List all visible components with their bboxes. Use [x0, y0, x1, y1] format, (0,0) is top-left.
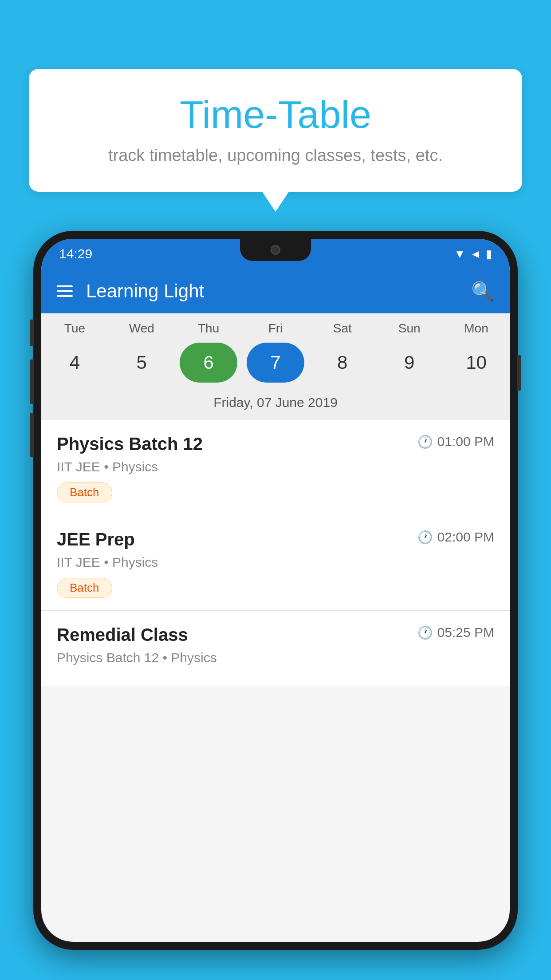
- schedule-item-2-header: JEE Prep 🕐 02:00 PM: [57, 530, 494, 549]
- schedule-item-1-badge: Batch: [57, 482, 112, 502]
- schedule-item-1-subtitle: IIT JEE • Physics: [57, 459, 494, 474]
- day-label-thu: Thu: [180, 321, 237, 336]
- status-time: 14:29: [59, 246, 92, 261]
- clock-icon-3: 🕐: [417, 625, 433, 640]
- day-label-wed: Wed: [113, 321, 170, 336]
- phone-screen: 14:29 ▼ ◄ ▮ Learning Light 🔍: [41, 239, 510, 942]
- volume-up-button: [30, 360, 34, 404]
- schedule-item-3-time: 🕐 05:25 PM: [417, 625, 494, 640]
- schedule-item-3-title: Remedial Class: [57, 625, 188, 645]
- phone-outer-frame: 14:29 ▼ ◄ ▮ Learning Light 🔍: [33, 231, 518, 950]
- day-label-tue: Tue: [46, 321, 103, 336]
- bubble-subtitle: track timetable, upcoming classes, tests…: [55, 146, 496, 165]
- schedule-item-1[interactable]: Physics Batch 12 🕐 01:00 PM IIT JEE • Ph…: [41, 420, 510, 515]
- date-10[interactable]: 10: [447, 343, 505, 383]
- phone-notch: [240, 239, 311, 261]
- schedule-item-2-time-text: 02:00 PM: [437, 530, 494, 545]
- wifi-icon: ▼: [454, 247, 466, 261]
- signal-icon: ◄: [470, 247, 481, 261]
- app-bar-title: Learning Light: [86, 281, 458, 302]
- mute-button: [30, 320, 34, 346]
- app-bar: Learning Light 🔍: [41, 269, 510, 313]
- search-icon[interactable]: 🔍: [471, 281, 494, 302]
- schedule-item-1-time-text: 01:00 PM: [437, 434, 494, 449]
- date-8[interactable]: 8: [314, 343, 371, 383]
- day-label-sat: Sat: [314, 321, 371, 336]
- date-6-today[interactable]: 6: [180, 343, 237, 383]
- bubble-title: Time-Table: [55, 93, 496, 136]
- date-7-selected[interactable]: 7: [247, 343, 304, 383]
- schedule-item-2-badge: Batch: [57, 578, 112, 598]
- days-header: Tue Wed Thu Fri Sat Sun Mon: [41, 313, 510, 339]
- date-5[interactable]: 5: [113, 343, 170, 383]
- schedule-item-2-time: 🕐 02:00 PM: [417, 530, 494, 545]
- schedule-item-3-subtitle: Physics Batch 12 • Physics: [57, 650, 494, 665]
- speech-bubble-tail: [262, 192, 289, 212]
- menu-icon[interactable]: [57, 285, 73, 297]
- power-button: [517, 355, 521, 391]
- schedule-item-1-time: 🕐 01:00 PM: [417, 434, 494, 449]
- schedule-item-1-title: Physics Batch 12: [57, 434, 203, 454]
- speech-bubble-card: Time-Table track timetable, upcoming cla…: [29, 69, 522, 192]
- speech-bubble-section: Time-Table track timetable, upcoming cla…: [29, 69, 522, 212]
- date-4[interactable]: 4: [46, 343, 103, 383]
- date-9[interactable]: 9: [381, 343, 438, 383]
- schedule-item-2-subtitle: IIT JEE • Physics: [57, 555, 494, 570]
- phone-mockup: 14:29 ▼ ◄ ▮ Learning Light 🔍: [33, 231, 518, 980]
- battery-icon: ▮: [486, 247, 492, 261]
- dates-row: 4 5 6 7 8 9 10: [41, 339, 510, 391]
- schedule-item-2-title: JEE Prep: [57, 530, 135, 549]
- status-icons: ▼ ◄ ▮: [454, 247, 492, 261]
- volume-down-button: [30, 413, 34, 457]
- day-label-mon: Mon: [447, 321, 505, 336]
- schedule-item-2[interactable]: JEE Prep 🕐 02:00 PM IIT JEE • Physics Ba…: [41, 515, 510, 611]
- schedule-item-3-header: Remedial Class 🕐 05:25 PM: [57, 625, 494, 645]
- clock-icon-2: 🕐: [417, 530, 433, 545]
- schedule-item-1-header: Physics Batch 12 🕐 01:00 PM: [57, 434, 494, 454]
- day-label-fri: Fri: [247, 321, 304, 336]
- selected-date-label: Friday, 07 June 2019: [41, 391, 510, 420]
- front-camera: [271, 245, 280, 255]
- schedule-item-3[interactable]: Remedial Class 🕐 05:25 PM Physics Batch …: [41, 611, 510, 686]
- schedule-list: Physics Batch 12 🕐 01:00 PM IIT JEE • Ph…: [41, 420, 510, 686]
- schedule-item-3-time-text: 05:25 PM: [437, 625, 494, 640]
- clock-icon-1: 🕐: [417, 435, 433, 449]
- day-label-sun: Sun: [381, 321, 438, 336]
- calendar-section: Tue Wed Thu Fri Sat Sun Mon 4 5 6 7 8 9 …: [41, 313, 510, 420]
